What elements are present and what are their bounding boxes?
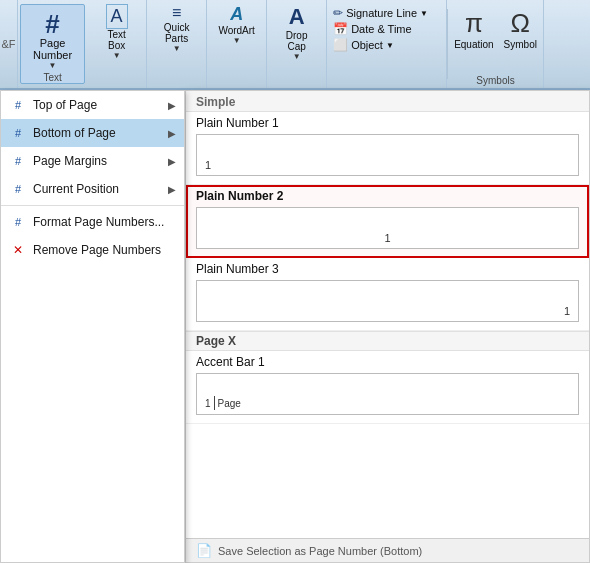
symbols-section: π Equation Ω Symbol Symbols (448, 0, 544, 88)
page-margins-arrow: ▶ (168, 156, 176, 167)
equation-button[interactable]: π Equation (454, 8, 493, 50)
top-of-page-label: Top of Page (33, 98, 97, 112)
menu-item-page-margins[interactable]: # Page Margins ▶ (1, 147, 184, 175)
quick-parts-button[interactable]: ≡ Quick Parts ▼ (164, 4, 190, 53)
accent-bar-1-content: 1 Page (205, 396, 241, 410)
accent-bar-1-preview: 1 Page (196, 373, 579, 415)
drop-cap-section: A Drop Cap ▼ (267, 0, 327, 88)
plain-number-2-value: 1 (384, 232, 390, 244)
bottom-of-page-label: Bottom of Page (33, 126, 116, 140)
current-position-label: Current Position (33, 182, 119, 196)
object-button[interactable]: ⬜ Object ▼ (333, 38, 428, 52)
object-icon: ⬜ (333, 38, 348, 52)
save-selection-bar[interactable]: 📄 Save Selection as Page Number (Bottom) (186, 538, 589, 562)
date-time-button[interactable]: 📅 Date & Time (333, 22, 428, 36)
ribbon: &F # Page Number ▼ Text A Text Box ▼ ≡ Q… (0, 0, 590, 90)
simple-label: Simple (196, 95, 235, 109)
plain-number-1-value: 1 (205, 159, 211, 171)
current-position-icon: # (9, 180, 27, 198)
plain-number-3-option[interactable]: Plain Number 3 1 (186, 258, 589, 331)
quick-parts-arrow: ▼ (173, 44, 181, 53)
equation-label: Equation (454, 39, 493, 50)
plain-number-1-title: Plain Number 1 (196, 116, 579, 130)
page-number-label: Page (40, 37, 66, 49)
ribbon-edge: &F (0, 0, 18, 88)
text-box-icon: A (106, 4, 128, 29)
accent-number: 1 (205, 398, 211, 409)
word-art-section: A WordArt ▼ (207, 0, 267, 88)
bottom-of-page-arrow: ▶ (168, 128, 176, 139)
page-number-icon-btn[interactable]: # Page Number ▼ (27, 9, 78, 72)
plain-number-1-option[interactable]: Plain Number 1 1 (186, 112, 589, 185)
menu-item-bottom-of-page[interactable]: # Bottom of Page ▶ (1, 119, 184, 147)
object-arrow: ▼ (386, 41, 394, 50)
object-label: Object (351, 39, 383, 51)
plain-number-1-preview: 1 (196, 134, 579, 176)
page-x-label: Page X (196, 334, 236, 348)
text-box-arrow: ▼ (113, 51, 121, 60)
quick-parts-label2: Parts (165, 33, 188, 44)
symbols-buttons: π Equation Ω Symbol (454, 4, 537, 50)
plain-number-3-title: Plain Number 3 (196, 262, 579, 276)
save-selection-label: Save Selection as Page Number (Bottom) (218, 545, 422, 557)
accent-bar-1-option[interactable]: Accent Bar 1 1 Page (186, 351, 589, 424)
plain-number-3-preview: 1 (196, 280, 579, 322)
top-of-page-arrow: ▶ (168, 100, 176, 111)
accent-divider (214, 396, 215, 410)
remove-icon: ✕ (9, 241, 27, 259)
save-selection-icon: 📄 (196, 543, 212, 558)
top-items-section: ✏ Signature Line ▼ 📅 Date & Time ⬜ Objec… (327, 0, 447, 88)
page-margins-label: Page Margins (33, 154, 107, 168)
signature-line-button[interactable]: ✏ Signature Line ▼ (333, 6, 428, 20)
text-box-button[interactable]: A Text Box ▼ (106, 4, 128, 60)
word-art-label: WordArt (218, 25, 255, 36)
text-box-label: Text (107, 29, 125, 40)
symbol-icon: Ω (511, 8, 530, 39)
menu-divider-1 (1, 205, 184, 206)
page-margins-icon: # (9, 152, 27, 170)
drop-cap-label2: Cap (287, 41, 305, 52)
page-x-section-header: Page X (186, 331, 589, 351)
word-art-button[interactable]: A WordArt ▼ (218, 4, 255, 45)
remove-label: Remove Page Numbers (33, 243, 161, 257)
equation-icon: π (465, 8, 483, 39)
accent-text: Page (218, 398, 241, 409)
current-position-arrow: ▶ (168, 184, 176, 195)
menu-item-format-page-numbers[interactable]: # Format Page Numbers... (1, 208, 184, 236)
symbol-button[interactable]: Ω Symbol (504, 8, 537, 50)
date-time-icon: 📅 (333, 22, 348, 36)
page-number-button[interactable]: # Page Number ▼ Text (20, 4, 85, 84)
plain-number-2-title: Plain Number 2 (196, 189, 579, 203)
page-number-label2: Number (33, 49, 72, 61)
menu-item-top-of-page[interactable]: # Top of Page ▶ (1, 91, 184, 119)
format-icon: # (9, 213, 27, 231)
accent-bar-1-title: Accent Bar 1 (196, 355, 579, 369)
drop-cap-arrow: ▼ (293, 52, 301, 61)
simple-section-header: Simple (186, 91, 589, 112)
bottom-of-page-icon: # (9, 124, 27, 142)
drop-cap-label: Drop (286, 30, 308, 41)
context-menu: # Top of Page ▶ # Bottom of Page ▶ # Pag… (0, 90, 185, 563)
menu-item-current-position[interactable]: # Current Position ▶ (1, 175, 184, 203)
text-group-label: Text (43, 72, 61, 83)
date-time-label: Date & Time (351, 23, 412, 35)
text-box-label2: Box (108, 40, 125, 51)
quick-parts-section: ≡ Quick Parts ▼ (147, 0, 207, 88)
drop-cap-button[interactable]: A Drop Cap ▼ (286, 4, 308, 61)
symbols-group-label: Symbols (476, 75, 514, 86)
symbol-label: Symbol (504, 39, 537, 50)
menu-item-remove-page-numbers[interactable]: ✕ Remove Page Numbers (1, 236, 184, 264)
word-art-arrow: ▼ (233, 36, 241, 45)
plain-number-2-option[interactable]: Plain Number 2 1 (186, 185, 589, 258)
plain-number-3-value: 1 (564, 305, 570, 317)
quick-parts-label: Quick (164, 22, 190, 33)
quick-parts-icon: ≡ (172, 4, 181, 22)
top-items-list: ✏ Signature Line ▼ 📅 Date & Time ⬜ Objec… (333, 4, 428, 52)
signature-line-label: Signature Line (346, 7, 417, 19)
page-number-arrow: ▼ (49, 61, 57, 70)
page-number-icon: # (45, 11, 59, 37)
signature-line-arrow: ▼ (420, 9, 428, 18)
top-of-page-icon: # (9, 96, 27, 114)
text-box-section: A Text Box ▼ (87, 0, 147, 88)
plain-number-2-preview: 1 (196, 207, 579, 249)
